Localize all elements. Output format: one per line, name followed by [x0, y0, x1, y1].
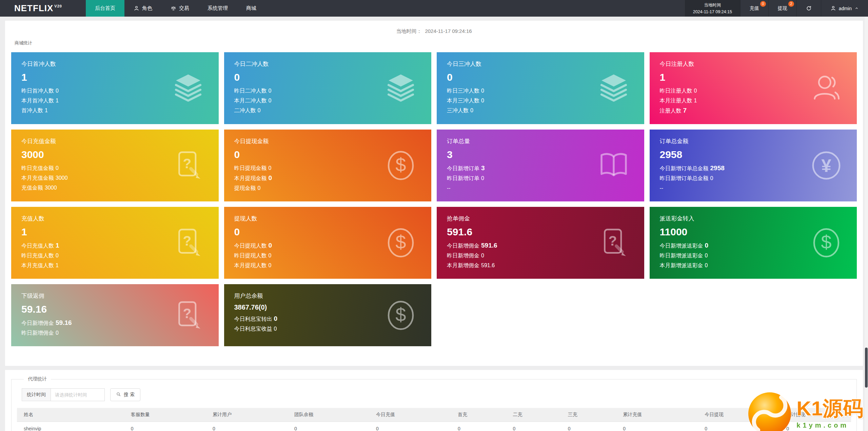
table-header-row: 姓名客服数量累计用户团队余额今日充值首充二充三充累计充值今日提现累计提现: [17, 408, 851, 422]
menu-item-label: 系统管理: [208, 5, 228, 12]
dollar-circle-icon: $: [384, 298, 418, 332]
table-cell: 0: [125, 422, 207, 431]
card-title: 订单总金额: [660, 137, 847, 145]
brand-logo[interactable]: NETFLIXV20: [0, 0, 86, 17]
card-stat-line: 二冲人数0: [234, 105, 421, 115]
recharge-badge: 0: [760, 1, 766, 7]
table-header-cell: 首充: [452, 408, 507, 422]
local-time-block: 当地时间 2024-11-17 09:24:15: [685, 0, 740, 17]
menu-item-label: 后台首页: [95, 5, 115, 12]
layers-icon: [597, 71, 631, 105]
stat-card-order-amount-total: 订单总金额2958今日新增订单总金额2958昨日新增订单总金额0--¥: [650, 130, 857, 201]
table-cell: 0: [699, 422, 781, 431]
stat-time-label: 统计时间: [22, 388, 51, 401]
search-button[interactable]: 搜 索: [110, 388, 140, 401]
card-title: 提现人数: [234, 215, 421, 222]
stat-card-order-total: 订单总量3今日新增订单3昨日新增订单0--: [437, 130, 644, 201]
table-header-cell: 客服数量: [125, 408, 207, 422]
card-title: 今日充值金额: [21, 137, 209, 145]
withdraw-nav-button[interactable]: 提现 2: [768, 0, 796, 17]
table-cell: 0: [507, 422, 562, 431]
card-title: 充值人数: [21, 215, 209, 222]
recharge-nav-button[interactable]: 充值 0: [740, 0, 768, 17]
withdraw-badge: 2: [788, 1, 794, 7]
svg-text:$: $: [395, 304, 406, 325]
refresh-button[interactable]: [796, 0, 821, 17]
user-icon: [830, 5, 836, 11]
scrollbar-thumb[interactable]: [865, 348, 868, 388]
table-cell: 0: [781, 422, 851, 431]
brand-text: NETFLIX: [14, 3, 53, 14]
menu-item-label: 商城: [246, 5, 256, 12]
user-menu[interactable]: admin: [821, 0, 868, 17]
menu-item-roles[interactable]: 角色: [124, 0, 161, 17]
card-title: 抢单佣金: [447, 215, 634, 222]
svg-text:$: $: [821, 231, 831, 253]
dollar-circle-icon: $: [384, 226, 418, 260]
doc-question-icon: ?: [171, 149, 205, 182]
table-body: sheinvip0000000000sheinvip10000000000she…: [17, 422, 851, 431]
scales-icon: [171, 5, 176, 11]
card-stat-line: 三冲人数0: [447, 105, 634, 115]
table-header-cell: 今日提现: [699, 408, 781, 422]
card-title: 今日三冲人数: [447, 60, 634, 68]
main-menu: 后台首页角色交易系统管理商城: [86, 0, 265, 17]
menu-item-trade[interactable]: 交易: [161, 0, 198, 17]
stat-card-withdraw-amount-today: 今日提现金额0昨日提现金额0本月提现金额0提现金额0$: [224, 130, 432, 201]
agent-stats-fieldset: 代理统计 统计时间 搜 索 姓名客服数量累计用户团队余额今日充值首充二充三充累计…: [11, 376, 857, 431]
content-local-time: 当地时间：2024-11-17 09:24:16: [11, 25, 857, 36]
navbar-right: 当地时间 2024-11-17 09:24:15 充值 0 提现 2 admin: [685, 0, 868, 17]
search-icon: [116, 392, 121, 398]
card-title: 今日二冲人数: [234, 60, 421, 68]
vertical-scrollbar[interactable]: [865, 17, 868, 431]
card-stat-line: 本月新增佣金591.6: [447, 260, 634, 270]
book-icon: [597, 149, 631, 182]
menu-item-system[interactable]: 系统管理: [198, 0, 237, 17]
card-title: 今日注册人数: [660, 60, 847, 68]
search-button-label: 搜 索: [124, 392, 135, 398]
table-header-cell: 累计提现: [781, 408, 851, 422]
top-navbar: NETFLIXV20 后台首页角色交易系统管理商城 当地时间 2024-11-1…: [0, 0, 868, 17]
card-stat-line: 本月新增派送彩金0: [660, 260, 847, 270]
person-icon: [809, 71, 843, 105]
layers-icon: [384, 71, 418, 105]
main-content: 当地时间：2024-11-17 09:24:16 商城统计 今日首冲人数1昨日首…: [0, 21, 868, 431]
table-cell: 0: [289, 422, 371, 431]
agent-stats-title: 代理统计: [24, 376, 51, 382]
table-header-cell: 团队余额: [289, 408, 371, 422]
doc-question-icon: ?: [171, 226, 205, 260]
menu-item-label: 交易: [179, 5, 189, 12]
local-time-label: 当地时间: [693, 2, 732, 8]
yen-circle-icon: ¥: [809, 149, 843, 182]
card-stat-line: 充值金额3000: [21, 183, 209, 193]
card-stat-line: 提现金额0: [234, 183, 421, 193]
user-icon: [134, 5, 139, 11]
card-title: 订单总量: [447, 137, 634, 145]
svg-text:¥: ¥: [821, 156, 831, 176]
card-stat-line: --: [660, 183, 847, 193]
stat-card-first-charge-today: 今日首冲人数1昨日首冲人数0本月首冲人数1首冲人数1: [11, 52, 219, 124]
content-time-label: 当地时间：: [396, 28, 421, 34]
layers-icon: [171, 71, 205, 105]
stat-card-bonus-transfer: 派送彩金转入11000今日新增派送彩金0昨日新增派送彩金0本月新增派送彩金0$: [650, 207, 857, 279]
stat-card-recharge-amount-today: 今日充值金额3000昨日充值金额0本月充值金额3000充值金额3000?: [11, 130, 219, 201]
agent-table: 姓名客服数量累计用户团队余额今日充值首充二充三充累计充值今日提现累计提现 she…: [17, 408, 851, 431]
stats-section-title: 商城统计: [15, 40, 857, 46]
table-cell: 0: [617, 422, 699, 431]
menu-item-mall[interactable]: 商城: [237, 0, 265, 17]
brand-version: V20: [54, 4, 62, 8]
table-cell: 0: [563, 422, 617, 431]
table-header-cell: 累计用户: [207, 408, 289, 422]
agent-filter-row: 统计时间 搜 索: [22, 388, 851, 401]
card-stat-line: --: [447, 183, 634, 193]
table-cell: 0: [207, 422, 289, 431]
mall-stats-panel: 当地时间：2024-11-17 09:24:16 商城统计 今日首冲人数1昨日首…: [5, 21, 863, 366]
menu-item-dashboard[interactable]: 后台首页: [86, 0, 124, 17]
dollar-circle-icon: $: [384, 149, 418, 182]
user-name: admin: [839, 6, 852, 11]
doc-question-icon: ?: [597, 226, 631, 260]
stat-time-input[interactable]: [51, 388, 105, 401]
card-title: 今日提现金额: [234, 137, 421, 145]
table-cell: sheinvip: [17, 422, 125, 431]
table-cell: 0: [452, 422, 507, 431]
